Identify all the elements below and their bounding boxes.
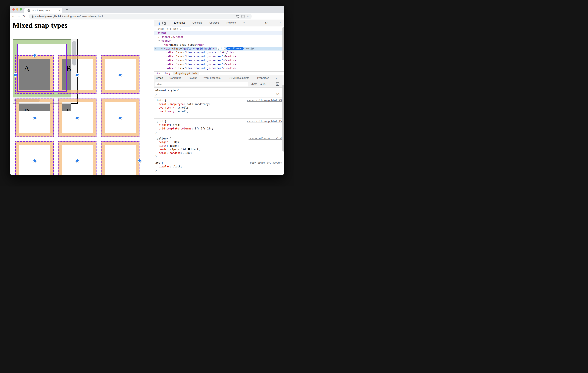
snap-point-dot <box>33 53 37 57</box>
css-declaration[interactable]: display: grid; <box>154 123 283 127</box>
source-link[interactable]: css-scroll-snap.html:29 <box>247 99 282 102</box>
more-style-tabs-icon[interactable]: » <box>276 76 278 79</box>
dom-row-item-d[interactable]: <div class="item snap-align-center">D</d… <box>154 62 284 66</box>
inspect-element-icon[interactable] <box>157 21 160 25</box>
selector: .gallery <box>155 137 168 140</box>
snap-outline-i <box>101 141 139 175</box>
breadcrumb-body[interactable]: body <box>165 72 171 75</box>
snap-point-dot <box>138 159 141 163</box>
styles-tab-bar: Styles Computed Layout Event Listeners D… <box>154 75 284 81</box>
collapse-icon: ▼ <box>158 39 161 43</box>
lock-icon <box>32 15 34 18</box>
tab-event-listeners[interactable]: Event Listeners <box>203 76 220 79</box>
snap-point-dot <box>33 116 37 120</box>
tab-computed[interactable]: Computed <box>169 76 181 79</box>
tab-dom-breakpoints[interactable]: DOM Breakpoints <box>229 76 249 79</box>
snap-point-dot <box>118 116 122 120</box>
dom-scrollbar-thumb[interactable] <box>283 27 284 60</box>
css-declaration[interactable]: overflow-y: scroll; <box>154 110 283 113</box>
url-bar: ← → ↻ mathiasbynens.github.io/css-dbg-st… <box>10 13 284 20</box>
snap-outline-g <box>15 141 54 175</box>
dom-row-menu-icon[interactable]: ⋯ <box>155 47 156 51</box>
css-declaration[interactable]: height: 150px; <box>154 140 283 144</box>
css-declaration[interactable]: grid-template-columns: 1fr 1fr 1fr; <box>154 127 283 131</box>
snap-point-dot <box>75 116 79 120</box>
new-style-rule-dropdown-icon: ▾ <box>272 85 273 86</box>
settings-gear-icon[interactable]: ⚙ <box>265 21 268 25</box>
more-panels-icon[interactable]: » <box>243 21 245 24</box>
devtools-menu-icon[interactable]: ⋮ <box>273 21 275 25</box>
tab-close-icon[interactable]: × <box>59 9 60 12</box>
dom-row-item-a[interactable]: <div class="item snap-align-start">A</di… <box>154 51 284 54</box>
dom-row-gallery-selected[interactable]: ⋯ ▼<div class="gallery grid both">gridsc… <box>154 47 284 51</box>
new-tab-button[interactable]: + <box>66 7 68 12</box>
snap-point-dot <box>13 73 17 77</box>
dom-row-item-e[interactable]: <div class="item snap-align-center">E</d… <box>154 66 284 70</box>
browser-tab[interactable]: Scroll Snap Demo × <box>24 8 62 13</box>
css-declaration[interactable]: width: 150px; <box>154 144 283 148</box>
url-domain: mathiasbynens.github.io <box>35 15 62 18</box>
grid-badge[interactable]: grid <box>216 47 225 50</box>
breadcrumb-selected[interactable]: div.gallery.grid.both <box>173 72 199 75</box>
bookmark-star-icon[interactable]: ☆ <box>246 14 249 18</box>
forward-icon[interactable]: → <box>17 14 20 18</box>
css-declaration[interactable]: scroll-padding:▸10px; <box>154 151 283 155</box>
screenshot-stage: Scroll Snap Demo × + ← → ↻ mathiasbynens… <box>0 0 294 187</box>
breadcrumb-html[interactable]: html <box>156 72 160 75</box>
tab-elements[interactable]: Elements <box>174 21 185 24</box>
styles-scrollbar-thumb[interactable] <box>283 85 284 151</box>
rule-grid[interactable]: css-scroll-snap.html:15 .grid { display:… <box>154 118 283 136</box>
expand-icon: ▶ <box>158 35 161 39</box>
color-swatch[interactable] <box>188 148 190 150</box>
tab-layout[interactable]: Layout <box>189 76 197 79</box>
device-toolbar-icon[interactable] <box>162 21 166 25</box>
dom-row-head[interactable]: ▶<head>…</head> <box>154 35 284 39</box>
new-style-rule-icon[interactable]: + <box>269 82 271 86</box>
address-field[interactable]: mathiasbynens.github.io/css-dbg-stories/… <box>29 14 252 19</box>
reload-icon[interactable]: ↻ <box>22 14 25 18</box>
css-declaration[interactable]: border:▸1px solid black; <box>154 148 283 151</box>
source-link[interactable]: css-scroll-snap.html:15 <box>247 120 282 123</box>
selector: element.style <box>155 89 176 92</box>
rule-gallery[interactable]: css-scroll-snap.html:4 .gallery { height… <box>154 136 283 160</box>
css-declaration[interactable]: overflow-x: scroll; <box>154 106 283 110</box>
dom-row-h3[interactable]: <h3>Mixed snap types</h3> <box>154 43 284 47</box>
styles-filter-input[interactable] <box>155 82 248 86</box>
source-link[interactable]: css-scroll-snap.html:4 <box>249 137 282 140</box>
scroll-snap-badge[interactable]: scroll-snap <box>226 47 244 50</box>
cast-devices-icon[interactable] <box>236 15 240 18</box>
css-declaration[interactable]: scroll-snap-type: both mandatory; <box>154 103 283 106</box>
dom-row-body[interactable]: ▼<body> <box>154 39 284 43</box>
devtools-panel: Elements Console Sources Network » ⚙ ⋮ ×… <box>154 20 284 175</box>
globe-favicon-icon <box>27 9 30 13</box>
sidebar-toggle-icon[interactable]: ◂ <box>276 83 279 86</box>
selector: .grid <box>155 120 163 123</box>
rule-both[interactable]: css-scroll-snap.html:29 .both { scroll-s… <box>154 98 283 118</box>
dom-row-html[interactable]: <html> <box>154 31 284 35</box>
tab-sources[interactable]: Sources <box>209 21 219 24</box>
expand-value-icon: ▸ <box>170 149 171 151</box>
close-window-button[interactable] <box>12 8 15 11</box>
tab-bar: Scroll Snap Demo × + <box>10 6 284 13</box>
back-icon[interactable]: ← <box>12 14 15 18</box>
dom-tree: <!DOCTYPE html> <html> ▶<head>…</head> ▼… <box>154 26 284 71</box>
tab-console[interactable]: Console <box>192 21 202 24</box>
dom-row-item-c[interactable]: <div class="item snap-align-center">C</d… <box>154 58 284 62</box>
rule-element-style[interactable]: element.style { } AA <box>154 88 283 98</box>
close-devtools-icon[interactable]: × <box>279 21 281 25</box>
css-declaration-overridden[interactable]: display: block; <box>154 165 283 169</box>
user-agent-stylesheet-label: user agent stylesheet <box>250 161 282 164</box>
page-title: Mixed snap types <box>12 21 67 30</box>
qr-code-icon[interactable] <box>242 15 244 19</box>
minimize-window-button[interactable] <box>16 8 18 11</box>
tab-styles[interactable]: Styles <box>156 76 163 79</box>
tab-properties[interactable]: Properties <box>257 76 269 79</box>
dom-row-item-b[interactable]: <div class="item snap-align-center">B</d… <box>154 54 284 58</box>
dom-row-doctype[interactable]: <!DOCTYPE html> <box>154 27 284 31</box>
toggle-classes-button[interactable]: .cls <box>260 83 266 86</box>
font-size-toggle-icon[interactable]: AA <box>276 92 279 96</box>
zoom-window-button[interactable] <box>20 8 22 11</box>
rule-div-ua[interactable]: user agent stylesheet div { display: blo… <box>154 160 283 174</box>
toggle-hover-state-button[interactable]: :hov <box>251 83 257 86</box>
tab-network[interactable]: Network <box>226 21 236 24</box>
